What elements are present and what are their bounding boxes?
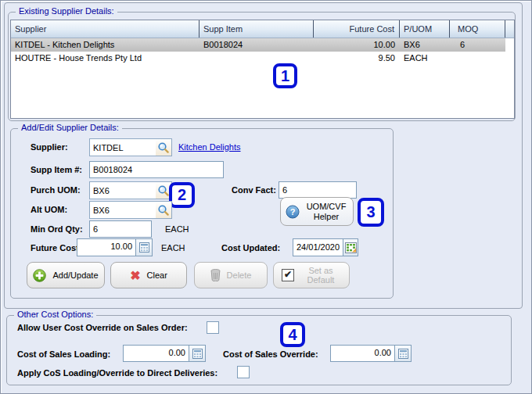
cos-override-field[interactable]: 0.00 xyxy=(330,345,412,362)
cell-p-uom: EACH xyxy=(400,52,450,65)
cell-supp-item xyxy=(200,52,314,65)
col-header-moq[interactable]: MOQ xyxy=(450,20,505,38)
magnifier-icon xyxy=(157,184,170,197)
cos-loading-calculator-button[interactable] xyxy=(189,346,205,361)
cos-override-value[interactable]: 0.00 xyxy=(331,346,394,361)
min-ord-qty-label: Min Ord Qty: xyxy=(31,224,83,234)
svg-text:?: ? xyxy=(290,207,296,217)
existing-suppliers-table[interactable]: Supplier Supp Item Future Cost P/UOM MOQ… xyxy=(10,20,515,119)
calculator-icon xyxy=(139,242,149,253)
supplier-details-window: Existing Supplier Details: Supplier Supp… xyxy=(0,0,532,394)
future-cost-uom-text: EACH xyxy=(161,243,185,253)
col-header-future-cost[interactable]: Future Cost xyxy=(314,20,400,38)
calculator-icon xyxy=(192,349,203,359)
checkbox-checked-icon: ✔ xyxy=(282,269,294,281)
question-icon: ? xyxy=(286,205,300,219)
supplier-search-button[interactable] xyxy=(156,139,171,156)
conv-fact-label: Conv Fact: xyxy=(232,185,276,195)
other-cost-options-title: Other Cost Options: xyxy=(14,310,96,319)
cell-future-cost: 9.50 xyxy=(314,52,400,65)
set-as-default-label: Set as Default xyxy=(300,266,341,285)
cos-loading-value[interactable]: 0.00 xyxy=(124,346,189,361)
trash-icon xyxy=(210,269,221,281)
cell-moq: 6 xyxy=(450,38,505,52)
uom-cvf-helper-button[interactable]: ? UOM/CVF Helper xyxy=(280,197,354,226)
cost-updated-date-field[interactable]: 24/01/2020 xyxy=(293,238,358,256)
addedit-supplier-group-title: Add/Edit Supplier Details: xyxy=(18,123,122,132)
allow-override-checkbox[interactable] xyxy=(207,321,219,334)
cell-moq xyxy=(450,52,505,65)
cost-updated-calendar-button[interactable] xyxy=(343,239,358,256)
future-cost-field[interactable]: 10.00 xyxy=(77,238,153,256)
magnifier-icon xyxy=(157,204,170,217)
supp-item-input[interactable] xyxy=(89,161,224,178)
callout-1: 1 xyxy=(273,63,297,88)
add-update-button[interactable]: Add/Update xyxy=(27,262,105,288)
cell-p-uom: BX6 xyxy=(400,38,450,52)
table-row-selected[interactable]: KITDEL - Kitchen Delights B0018024 10.00… xyxy=(11,38,505,52)
supplier-value[interactable]: KITDEL xyxy=(90,143,156,152)
col-header-p-uom[interactable]: P/UOM xyxy=(400,20,450,38)
set-as-default-button[interactable]: ✔ Set as Default xyxy=(273,262,350,288)
cell-future-cost: 10.00 xyxy=(314,38,400,52)
cos-override-calculator-button[interactable] xyxy=(394,346,411,361)
min-ord-qty-input[interactable] xyxy=(89,220,152,238)
apply-cos-checkbox[interactable] xyxy=(237,366,250,378)
apply-cos-label: Apply CoS Loading/Override to Direct Del… xyxy=(17,368,217,378)
cost-updated-label: Cost Updated: xyxy=(221,243,280,253)
cos-override-label: Cost of Sales Override: xyxy=(223,349,318,359)
supp-item-label: Supp Item #: xyxy=(31,165,82,174)
supplier-label: Supplier: xyxy=(31,142,68,152)
delete-button[interactable]: Delete xyxy=(194,262,268,288)
future-cost-value[interactable]: 10.00 xyxy=(77,239,135,256)
min-ord-qty-uom-text: EACH xyxy=(165,224,189,234)
delete-label: Delete xyxy=(227,270,252,280)
supplier-name-link[interactable]: Kitchen Delights xyxy=(178,142,241,152)
alt-uom-value[interactable]: BX6 xyxy=(90,206,156,215)
purch-uom-label: Purch UOM: xyxy=(31,185,81,195)
conv-fact-input[interactable] xyxy=(279,181,357,199)
clear-button[interactable]: ✖ Clear xyxy=(110,262,187,288)
purch-uom-lookup-field[interactable]: BX6 xyxy=(89,181,172,199)
allow-override-label: Allow User Cost Override on Sales Order: xyxy=(17,323,188,332)
cos-loading-field[interactable]: 0.00 xyxy=(123,345,206,362)
future-cost-calculator-button[interactable] xyxy=(135,239,152,256)
uom-cvf-helper-label: UOM/CVF Helper xyxy=(304,202,348,222)
callout-2: 2 xyxy=(169,182,195,208)
supplier-lookup-field[interactable]: KITDEL xyxy=(89,138,172,156)
plus-icon xyxy=(33,269,46,282)
callout-4: 4 xyxy=(280,322,305,347)
clear-x-icon: ✖ xyxy=(130,268,140,283)
callout-3: 3 xyxy=(358,198,384,227)
cell-supplier: HOUTRE - House Trends Pty Ltd xyxy=(11,52,200,65)
table-row[interactable]: HOUTRE - House Trends Pty Ltd 9.50 EACH xyxy=(11,52,514,65)
add-update-label: Add/Update xyxy=(52,270,98,280)
alt-uom-search-button[interactable] xyxy=(156,202,171,218)
existing-supplier-group-title: Existing Supplier Details: xyxy=(16,6,117,16)
purch-uom-value[interactable]: BX6 xyxy=(90,186,156,195)
cell-supplier: KITDEL - Kitchen Delights xyxy=(11,38,200,52)
table-header-row[interactable]: Supplier Supp Item Future Cost P/UOM MOQ xyxy=(11,20,514,38)
col-header-supplier[interactable]: Supplier xyxy=(11,20,200,38)
cell-supp-item: B0018024 xyxy=(200,38,314,52)
future-cost-label: Future Cost: xyxy=(31,243,81,253)
calculator-icon xyxy=(398,349,408,359)
alt-uom-lookup-field[interactable]: BX6 xyxy=(89,201,172,219)
calendar-icon xyxy=(345,242,357,253)
cost-updated-value[interactable]: 24/01/2020 xyxy=(293,239,343,256)
cos-loading-label: Cost of Sales Loading: xyxy=(17,349,110,359)
magnifier-icon xyxy=(157,141,170,154)
alt-uom-label: Alt UOM: xyxy=(31,205,67,214)
col-header-supp-item[interactable]: Supp Item xyxy=(200,20,314,38)
clear-label: Clear xyxy=(147,270,167,280)
